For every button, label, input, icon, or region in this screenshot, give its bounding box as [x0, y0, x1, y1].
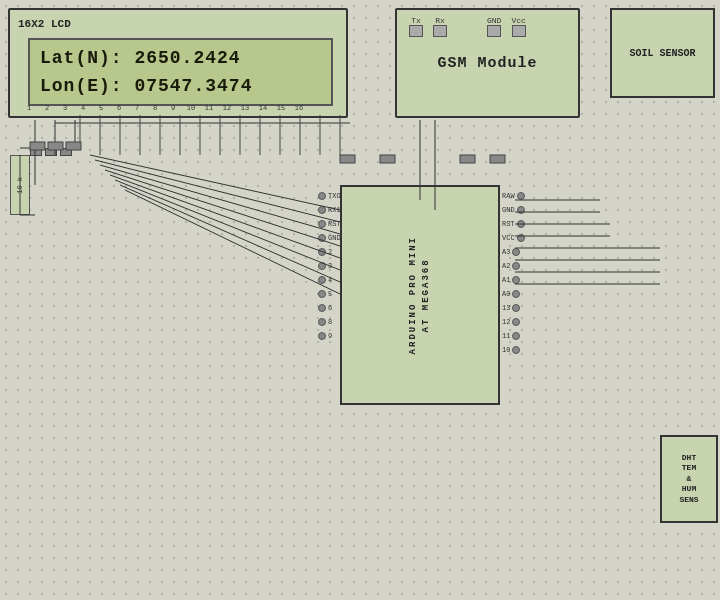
- pin-a2: A2: [502, 262, 525, 270]
- arduino-label: ARDUINO PRO MINIAT MEGA368: [407, 236, 432, 354]
- pin-11: 11: [502, 332, 525, 340]
- lcd-pin-10: 10: [182, 104, 200, 112]
- pin-12: 12: [502, 318, 525, 326]
- pin-4: 4: [318, 276, 341, 284]
- lcd-pin-5: 5: [92, 104, 110, 112]
- svg-line-8: [110, 175, 340, 258]
- gsm-pin-vcc: Vcc: [511, 16, 525, 37]
- pin-a3: A3: [502, 248, 525, 256]
- lcd-pin-14: 14: [254, 104, 272, 112]
- gsm-pin-rx: Rx: [433, 16, 447, 37]
- gsm-pins-top: Tx Rx GND Vcc: [409, 16, 526, 37]
- pin-a1: A1: [502, 276, 525, 284]
- svg-line-9: [115, 180, 340, 270]
- jumper-group-1: [30, 148, 72, 156]
- svg-line-5: [95, 160, 340, 222]
- svg-line-11: [125, 190, 340, 294]
- lcd-pins: 1 2 3 4 5 6 7 8 9 10 11 12 13 14 15 16: [20, 104, 308, 112]
- pin-10: 10: [502, 346, 525, 354]
- pin-6: 6: [318, 304, 341, 312]
- dht-sensor-label: DHTTEM&HUMSENS: [679, 453, 698, 505]
- lcd-pin-4: 4: [74, 104, 92, 112]
- lcd-display: 16X2 LCD Lat(N): 2650.2424 Lon(E): 07547…: [8, 8, 348, 118]
- jumper-3: [60, 148, 72, 156]
- pin-gnd-l: GND: [318, 234, 341, 242]
- gsm-pin-gnd: GND: [487, 16, 501, 37]
- lcd-pin-8: 8: [146, 104, 164, 112]
- svg-line-6: [100, 165, 340, 234]
- jumper-2: [45, 148, 57, 156]
- lcd-pin-13: 13: [236, 104, 254, 112]
- lcd-pin-15: 15: [272, 104, 290, 112]
- arduino-right-pins: RAW GND RST VCC A3 A2 A1 A0 13 12 11 10: [502, 192, 525, 354]
- pin-13: 13: [502, 304, 525, 312]
- arduino-pro-mini: ARDUINO PRO MINIAT MEGA368: [340, 185, 500, 405]
- resistor: 10 k: [10, 155, 30, 215]
- svg-line-7: [105, 170, 340, 246]
- dht-sensor: DHTTEM&HUMSENS: [660, 435, 718, 523]
- lcd-pin-3: 3: [56, 104, 74, 112]
- gsm-module: GSM Module Tx Rx GND Vcc: [395, 8, 580, 118]
- gsm-label: GSM Module: [437, 55, 537, 72]
- jumper-1: [30, 148, 42, 156]
- lcd-pin-7: 7: [128, 104, 146, 112]
- jp5: [380, 155, 395, 163]
- lcd-pin-2: 2: [38, 104, 56, 112]
- pin-rx1: RX1: [318, 206, 341, 214]
- svg-line-10: [120, 185, 340, 282]
- pin-2: 2: [318, 248, 341, 256]
- lcd-screen: Lat(N): 2650.2424 Lon(E): 07547.3474: [28, 38, 333, 106]
- pin-gnd-r: GND: [502, 206, 525, 214]
- lcd-label: 16X2 LCD: [18, 18, 71, 30]
- jp7: [490, 155, 505, 163]
- jp6: [460, 155, 475, 163]
- pin-txo: TXO: [318, 192, 341, 200]
- arduino-left-pins: TXO RX1 RST GND 2 3 4 5 6 8 9: [318, 192, 341, 340]
- gsm-pin-tx: Tx: [409, 16, 423, 37]
- soil-sensor: SOIL SENSOR: [610, 8, 715, 98]
- resistor-label: 10 k: [16, 177, 24, 194]
- pin-raw: RAW: [502, 192, 525, 200]
- pin-8: 8: [318, 318, 341, 326]
- pin-9: 9: [318, 332, 341, 340]
- lcd-pin-6: 6: [110, 104, 128, 112]
- svg-line-4: [90, 155, 340, 210]
- pin-vcc-r: VCC: [502, 234, 525, 242]
- lcd-pin-11: 11: [200, 104, 218, 112]
- soil-sensor-label: SOIL SENSOR: [629, 48, 695, 59]
- pin-rst-r: RST: [502, 220, 525, 228]
- lcd-pin-16: 16: [290, 104, 308, 112]
- lcd-pin-9: 9: [164, 104, 182, 112]
- lcd-line2: Lon(E): 07547.3474: [40, 72, 321, 100]
- jp4: [340, 155, 355, 163]
- pin-a0: A0: [502, 290, 525, 298]
- pin-3: 3: [318, 262, 341, 270]
- pin-rst-l: RST: [318, 220, 341, 228]
- pin-5: 5: [318, 290, 341, 298]
- lcd-line1: Lat(N): 2650.2424: [40, 44, 321, 72]
- lcd-pin-1: 1: [20, 104, 38, 112]
- resistor-area: 10 k: [10, 155, 30, 215]
- lcd-pin-12: 12: [218, 104, 236, 112]
